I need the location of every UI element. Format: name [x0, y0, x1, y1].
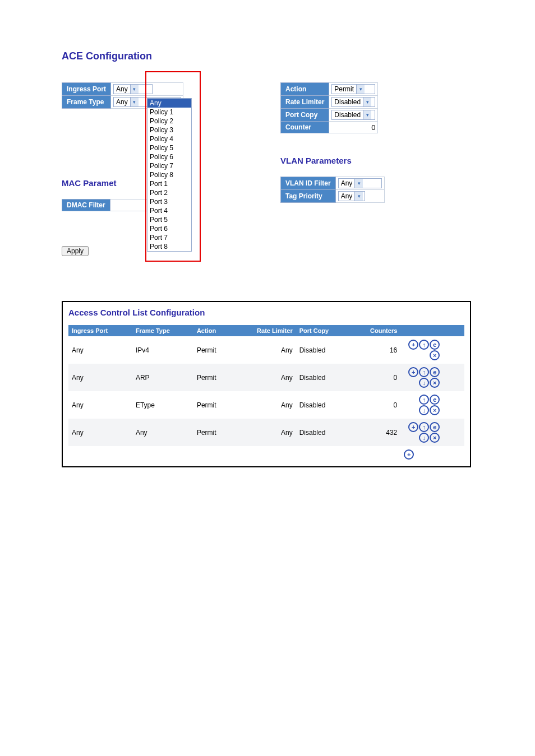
frame-type-label: Frame Type [62, 96, 111, 109]
down-icon[interactable]: ↓ [419, 433, 429, 443]
acl-cell: Disabled [296, 419, 350, 446]
ingress-port-option[interactable]: Port 8 [147, 242, 191, 251]
acl-cell: 16 [350, 336, 400, 364]
plus-icon[interactable]: + [408, 340, 418, 350]
acl-cell: Any [233, 336, 296, 364]
param-label: Port Copy [281, 109, 329, 122]
delete-icon[interactable]: × [430, 405, 440, 415]
acl-row: AnyIPv4PermitAnyDisabled16+↑e× [68, 336, 464, 364]
dmac-filter-table: DMAC Filter [62, 199, 149, 211]
ingress-port-option[interactable]: Policy 6 [147, 152, 191, 161]
param-label: Action [281, 83, 329, 96]
param-value: Disabled▾ [329, 96, 378, 109]
ingress-port-option[interactable]: Policy 5 [147, 143, 191, 152]
ingress-port-label: Ingress Port [62, 83, 111, 96]
vlan-select[interactable]: Any▾ [338, 191, 365, 201]
ingress-port-option[interactable]: Policy 1 [147, 108, 191, 117]
ingress-port-option[interactable]: Policy 8 [147, 170, 191, 179]
vlan-label: Tag Priority [281, 190, 336, 203]
down-icon[interactable]: ↓ [419, 405, 429, 415]
delete-icon[interactable]: × [430, 433, 440, 443]
acl-header: Rate Limiter [233, 325, 296, 336]
ace-right-table: ActionPermit▾Rate LimiterDisabled▾Port C… [280, 82, 378, 133]
ingress-port-option[interactable]: Policy 3 [147, 126, 191, 134]
param-select-value: Disabled [332, 111, 363, 119]
param-label: Rate Limiter [281, 96, 329, 109]
vlan-label: VLAN ID Filter [281, 177, 336, 190]
param-select[interactable]: Disabled▾ [331, 97, 375, 107]
up-icon[interactable]: ↑ [419, 395, 429, 405]
ingress-port-option[interactable]: Port 6 [147, 224, 191, 233]
up-icon[interactable]: ↑ [419, 340, 429, 350]
acl-cell: Disabled [296, 391, 350, 419]
param-value: 0 [329, 122, 378, 133]
param-select-value: Permit [332, 85, 356, 93]
ingress-port-option[interactable]: Any [147, 99, 191, 108]
ingress-port-value: Any [114, 85, 130, 93]
chevron-down-icon: ▾ [130, 85, 139, 94]
target-icon[interactable]: e [430, 367, 440, 377]
apply-button[interactable]: Apply [62, 246, 89, 256]
up-icon[interactable]: ↑ [419, 422, 429, 432]
dmac-filter-label: DMAC Filter [62, 200, 110, 211]
acl-cell: 0 [350, 391, 400, 419]
param-select[interactable]: Permit▾ [331, 84, 375, 94]
delete-icon[interactable]: × [430, 350, 440, 360]
ingress-port-listbox[interactable]: AnyPolicy 1Policy 2Policy 3Policy 4Polic… [147, 98, 192, 252]
target-icon[interactable]: e [430, 422, 440, 432]
ingress-port-option[interactable]: Port 1 [147, 179, 191, 188]
vlan-table: VLAN ID FilterAny▾Tag PriorityAny▾ [280, 177, 385, 203]
acl-cell: Disabled [296, 336, 350, 364]
vlan-select[interactable]: Any▾ [338, 178, 382, 188]
acl-header: Port Copy [296, 325, 350, 336]
up-icon[interactable]: ↑ [419, 367, 429, 377]
acl-header: Frame Type [132, 325, 193, 336]
acl-cell: IPv4 [132, 336, 193, 364]
acl-cell: Any [233, 419, 296, 446]
ingress-port-option[interactable]: Policy 4 [147, 134, 191, 143]
acl-header: Ingress Port [68, 325, 132, 336]
acl-configuration-panel: Access Control List Configuration Ingres… [62, 301, 471, 467]
ingress-port-option[interactable]: Port 4 [147, 206, 191, 215]
acl-cell: EType [132, 391, 193, 419]
acl-cell: Any [233, 364, 296, 391]
acl-table: Ingress PortFrame TypeActionRate Limiter… [68, 325, 464, 463]
frame-type-value: Any [114, 98, 130, 106]
acl-header: Counters [350, 325, 400, 336]
acl-cell: ARP [132, 364, 193, 391]
acl-header [400, 325, 464, 336]
delete-icon[interactable]: × [430, 378, 440, 388]
ingress-port-option[interactable]: Policy 7 [147, 161, 191, 170]
target-icon[interactable]: e [430, 340, 440, 350]
ingress-port-option[interactable]: Port 3 [147, 197, 191, 206]
param-value: Disabled▾ [329, 109, 378, 122]
acl-cell: Any [132, 419, 193, 446]
param-label: Counter [281, 122, 329, 133]
chevron-down-icon: ▾ [363, 110, 371, 119]
acl-cell: Any [68, 364, 132, 391]
ingress-port-option[interactable]: Port 7 [147, 233, 191, 242]
acl-cell: Any [68, 419, 132, 446]
down-icon[interactable]: ↓ [419, 378, 429, 388]
acl-title: Access Control List Configuration [68, 308, 464, 317]
acl-row: AnyAnyPermitAnyDisabled432+↑e↓× [68, 419, 464, 446]
acl-row: AnyARPPermitAnyDisabled0+↑e↓× [68, 364, 464, 391]
plus-icon[interactable]: + [404, 449, 414, 460]
ingress-port-option[interactable]: Policy 2 [147, 117, 191, 126]
vlan-select-value: Any [339, 192, 355, 200]
chevron-down-icon: ▾ [354, 179, 363, 188]
ingress-port-option[interactable]: Port 2 [147, 188, 191, 197]
param-select[interactable]: Disabled▾ [331, 110, 375, 120]
ingress-port-option[interactable]: Port 5 [147, 215, 191, 224]
plus-icon[interactable]: + [408, 422, 418, 432]
acl-cell: Permit [193, 336, 233, 364]
param-select-value: Disabled [332, 98, 363, 106]
param-value: Permit▾ [329, 83, 378, 96]
plus-icon[interactable]: + [408, 367, 418, 377]
acl-row: AnyETypePermitAnyDisabled0↑e↓× [68, 391, 464, 419]
vlan-parameters-heading: VLAN Parameters [280, 156, 449, 165]
acl-cell: Permit [193, 364, 233, 391]
chevron-down-icon: ▾ [363, 98, 371, 106]
acl-cell: Any [233, 391, 296, 419]
target-icon[interactable]: e [430, 395, 440, 405]
